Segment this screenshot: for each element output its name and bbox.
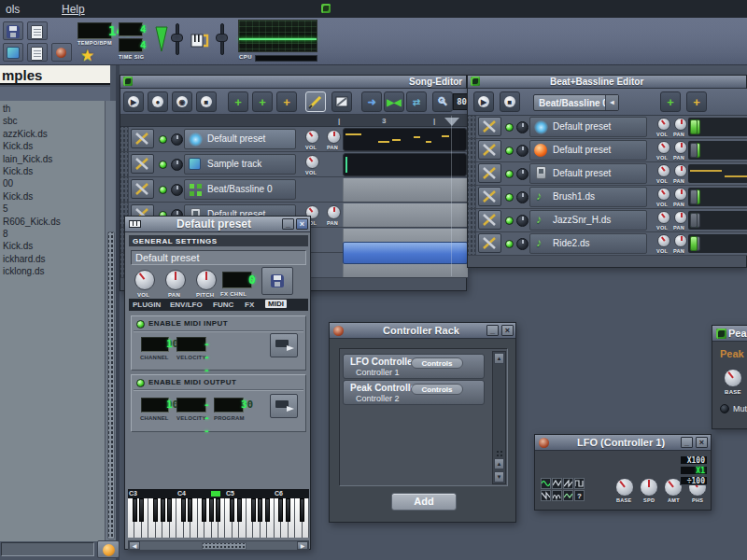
beat-cell-on[interactable] [690, 236, 698, 251]
track-pan-knob[interactable] [674, 141, 687, 154]
draw-mode-button[interactable] [305, 91, 326, 112]
piano-black-key[interactable] [278, 498, 283, 522]
mute-led[interactable] [505, 123, 514, 132]
piano-keyboard[interactable] [128, 498, 309, 538]
track-grip[interactable] [468, 139, 476, 161]
file-item[interactable]: R606_Kick.ds [0, 216, 105, 228]
mute-led[interactable] [505, 147, 514, 155]
track-name-cell[interactable]: Default preset [529, 140, 647, 161]
piano-black-key[interactable] [153, 498, 158, 522]
piano-black-key[interactable] [209, 498, 214, 522]
jump-button[interactable]: ➜ [361, 91, 382, 112]
mute-led[interactable] [505, 170, 514, 178]
scroll-up-icon[interactable]: ▲ [494, 458, 504, 469]
midi-input-port-button[interactable] [270, 333, 298, 357]
midi-output-velocity-display[interactable]: --- [176, 398, 206, 413]
controller-entry[interactable]: LFO Controller Controls Controller 1 [343, 354, 485, 379]
file-item[interactable]: sbc [0, 115, 105, 127]
track-pan-knob[interactable] [327, 130, 341, 144]
track-pan-knob[interactable] [674, 118, 687, 131]
solo-knob[interactable] [171, 133, 183, 146]
sample-segment[interactable] [343, 153, 467, 176]
timeline[interactable]: | 3 | [120, 115, 468, 127]
add-bb-bar-button[interactable]: + [686, 91, 707, 112]
timesig-denominator-display[interactable]: 84 [119, 38, 143, 52]
beat-cell-off[interactable] [690, 189, 698, 204]
scrollbar-handle[interactable] [202, 542, 247, 550]
stop-button[interactable]: ■ [196, 91, 217, 112]
piano-black-key[interactable] [286, 498, 290, 522]
track-volume-knob[interactable] [305, 130, 319, 144]
beat-cell-off[interactable] [690, 213, 698, 228]
solo-knob[interactable] [171, 159, 183, 171]
menu-tools[interactable]: ols [6, 3, 20, 16]
base-knob[interactable] [615, 478, 634, 497]
minimize-button[interactable]: _ [282, 218, 294, 230]
track-volume-knob[interactable] [657, 164, 670, 177]
lfo-titlebar[interactable]: LFO (Controller 1) _ × [535, 435, 711, 451]
midi-output-port-button[interactable] [270, 394, 298, 418]
solo-knob[interactable] [516, 191, 529, 203]
file-item[interactable]: azzKick.ds [0, 128, 105, 140]
menu-help[interactable]: Help [62, 3, 85, 16]
track-volume-knob[interactable] [657, 118, 670, 131]
add-automation-track-button[interactable]: + [276, 91, 297, 112]
bb-editor-titlebar[interactable]: Beat+Bassline Editor [468, 76, 746, 89]
track-pan-knob[interactable] [674, 164, 687, 177]
mute-led[interactable] [505, 240, 514, 248]
mute-led[interactable] [505, 193, 514, 202]
scroll-left-icon[interactable]: ◀ [129, 541, 140, 550]
file-item[interactable]: ickhard.ds [0, 253, 105, 265]
sidebar-scrollbar-handle[interactable] [107, 231, 115, 539]
track-pan-knob[interactable] [674, 211, 687, 224]
track-actions-button[interactable] [478, 210, 501, 230]
instrument-titlebar[interactable]: Default preset _ × [125, 217, 310, 232]
add-bb-step-button[interactable]: + [660, 91, 681, 112]
controls-button[interactable]: Controls [411, 357, 463, 369]
piano-black-key[interactable] [258, 498, 262, 522]
piano-black-key[interactable] [167, 498, 172, 522]
file-item[interactable]: icklong.ds [0, 265, 105, 277]
tempo-display[interactable]: 140 [78, 22, 112, 39]
fx-channel-display[interactable]: 80 [222, 272, 252, 288]
piano-black-key[interactable] [139, 498, 144, 522]
tab-func[interactable]: FUNC [213, 301, 233, 309]
track-name-cell[interactable]: ♪ Ride2.ds [529, 233, 647, 254]
track-grip[interactable] [468, 116, 476, 138]
zoom-button[interactable]: 🔍︎ [432, 91, 453, 112]
track-actions-button[interactable] [131, 179, 154, 199]
file-item[interactable]: 00 [0, 177, 105, 189]
record-accompany-button[interactable]: ◉ [172, 91, 192, 112]
piano-black-key[interactable] [251, 498, 256, 522]
track-actions-button[interactable] [131, 129, 154, 148]
playhead-marker[interactable] [444, 118, 459, 126]
solo-knob[interactable] [516, 215, 529, 227]
solo-knob[interactable] [516, 168, 529, 180]
multiplier-x1-button[interactable]: X1 [680, 466, 708, 475]
empty-lane[interactable] [343, 203, 468, 227]
midi-input-channel-display[interactable]: 001 [141, 337, 169, 352]
track-volume-knob[interactable] [657, 188, 670, 201]
file-item[interactable]: Kick.ds [0, 140, 105, 152]
beat-cells[interactable] [688, 234, 747, 253]
bb-pattern-selector[interactable]: Beat/Bassline 0 ◂ [533, 94, 619, 111]
star-icon[interactable]: ★ [80, 46, 94, 65]
piano-black-key[interactable] [237, 498, 242, 522]
abs-sine-wave-button[interactable] [552, 490, 562, 501]
track-name-cell[interactable]: Sample track [184, 154, 296, 175]
track-grip[interactable] [468, 232, 476, 255]
track-volume-knob[interactable] [657, 234, 670, 247]
bb-play-button[interactable]: ▶ [473, 91, 494, 112]
tab-fx[interactable]: FX [245, 301, 254, 309]
file-item[interactable]: lain_Kick.ds [0, 153, 105, 165]
track-pan-knob[interactable] [674, 188, 687, 201]
file-item[interactable]: Kick.ds [0, 165, 105, 177]
empty-lane[interactable] [343, 178, 468, 202]
record-button[interactable]: ● [148, 91, 168, 112]
mute-led[interactable] [505, 217, 514, 225]
track-volume-knob[interactable] [657, 211, 670, 224]
sidebar-title[interactable]: mples [0, 65, 110, 85]
track-actions-button[interactable] [478, 140, 501, 160]
beat-cells[interactable] [688, 141, 747, 160]
ramp-down-wave-button[interactable] [541, 490, 551, 501]
